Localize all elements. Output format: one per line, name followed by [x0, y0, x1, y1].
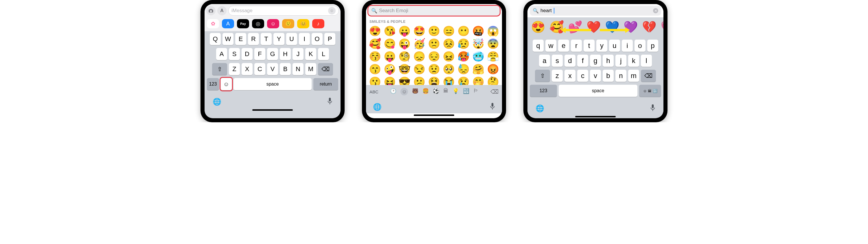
emoji-cell[interactable]: 😜: [398, 38, 411, 49]
emoji-cell[interactable]: 😡: [486, 64, 500, 75]
emoji-cell[interactable]: 🥰: [368, 38, 382, 49]
emoji-result[interactable]: ❤️: [587, 20, 601, 34]
emoji-cell[interactable]: 😟: [427, 64, 441, 75]
key-i[interactable]: I: [299, 33, 310, 45]
backspace-key[interactable]: ⌫: [490, 88, 498, 95]
emoji-category-key[interactable]: ☺ 🏛 🔣: [639, 85, 661, 97]
emoji-cell[interactable]: 😣: [442, 38, 456, 49]
numbers-key[interactable]: 123: [530, 85, 557, 97]
key-m[interactable]: m: [628, 70, 639, 82]
emoji-cell[interactable]: 😛: [398, 26, 411, 36]
globe-icon[interactable]: 🌐: [213, 98, 221, 106]
key-s[interactable]: S: [229, 48, 240, 60]
emoji-cell[interactable]: 🥶: [471, 51, 485, 62]
key-l[interactable]: l: [641, 55, 652, 67]
emoji-category-5[interactable]: 🏛: [443, 88, 448, 95]
emoji-cell[interactable]: 😗: [368, 76, 382, 85]
emoji-category-4[interactable]: ⚽: [433, 88, 439, 95]
emoji-category-7[interactable]: 🔣: [463, 88, 469, 95]
spacebar[interactable]: space: [234, 78, 312, 90]
home-indicator[interactable]: [414, 114, 454, 116]
key-d[interactable]: d: [564, 55, 576, 67]
emoji-result[interactable]: 💗: [660, 20, 663, 34]
key-j[interactable]: j: [615, 55, 626, 67]
emoji-category-6[interactable]: 💡: [453, 88, 459, 95]
emoji-cell[interactable]: 😫: [427, 76, 441, 85]
mic-icon[interactable]: [490, 103, 495, 112]
emoji-cell[interactable]: 😭: [442, 76, 456, 85]
key-o[interactable]: o: [634, 40, 646, 52]
emoji-cell[interactable]: 😱: [486, 26, 500, 36]
key-x[interactable]: x: [564, 70, 576, 82]
key-x[interactable]: X: [242, 63, 253, 75]
backspace-key[interactable]: ⌫: [641, 70, 656, 82]
emoji-category-1[interactable]: ☺: [400, 88, 408, 95]
key-s[interactable]: s: [552, 55, 563, 67]
key-t[interactable]: t: [584, 40, 595, 52]
key-l[interactable]: L: [318, 48, 329, 60]
key-p[interactable]: P: [324, 33, 335, 45]
emoji-cell[interactable]: 😔: [427, 51, 441, 62]
key-n[interactable]: N: [292, 63, 304, 75]
backspace-key[interactable]: ⌫: [318, 63, 333, 75]
key-y[interactable]: y: [596, 40, 607, 52]
key-a[interactable]: A: [216, 48, 227, 60]
emoji-cell[interactable]: 😍: [368, 26, 382, 36]
globe-icon[interactable]: 🌐: [535, 104, 544, 113]
key-q[interactable]: Q: [210, 33, 221, 45]
key-m[interactable]: M: [305, 63, 316, 75]
key-u[interactable]: U: [286, 33, 297, 45]
emoji-cell[interactable]: 😞: [412, 51, 426, 62]
numbers-key[interactable]: 123: [207, 78, 219, 90]
key-z[interactable]: Z: [229, 63, 240, 75]
key-n[interactable]: n: [615, 70, 626, 82]
emoji-cell[interactable]: 😙: [368, 64, 382, 75]
key-p[interactable]: p: [647, 40, 658, 52]
shift-key[interactable]: ⇧: [212, 63, 227, 75]
emoji-result[interactable]: 💔: [642, 20, 656, 34]
emoji-search-input[interactable]: 🔍 Search Emoji: [368, 6, 500, 15]
emoji-category-2[interactable]: 🐻: [412, 88, 418, 95]
key-q[interactable]: q: [533, 40, 544, 52]
emoji-search-input[interactable]: 🔍 heart ✕: [530, 6, 661, 15]
shift-key[interactable]: ⇧: [535, 70, 550, 82]
home-indicator[interactable]: [252, 109, 293, 111]
emoji-category-8[interactable]: 🏳: [473, 88, 478, 95]
key-c[interactable]: C: [254, 63, 265, 75]
emoji-result[interactable]: 💙: [605, 20, 619, 34]
key-k[interactable]: K: [305, 48, 316, 60]
emoji-cell[interactable]: 🤪: [383, 64, 397, 75]
emoji-cell[interactable]: 😛: [383, 51, 397, 62]
emoji-cell[interactable]: 🙁: [427, 38, 441, 49]
app-sticker2[interactable]: 😊: [297, 19, 309, 28]
emoji-cell[interactable]: 😥: [457, 38, 470, 49]
key-w[interactable]: W: [222, 33, 234, 45]
key-y[interactable]: Y: [273, 33, 284, 45]
home-indicator[interactable]: [575, 116, 616, 117]
camera-icon[interactable]: [206, 6, 216, 15]
key-k[interactable]: k: [628, 55, 639, 67]
emoji-cell[interactable]: 🥳: [412, 38, 426, 49]
key-r[interactable]: r: [571, 40, 582, 52]
appstore-icon[interactable]: A: [217, 6, 226, 15]
emoji-cell[interactable]: 😢: [457, 76, 470, 85]
key-z[interactable]: z: [552, 70, 563, 82]
emoji-cell[interactable]: 🤔: [486, 76, 500, 85]
emoji-result[interactable]: 😍: [531, 20, 546, 34]
key-r[interactable]: R: [248, 33, 259, 45]
emoji-key[interactable]: ☺: [221, 78, 232, 90]
emoji-cell[interactable]: 🤭: [471, 76, 485, 85]
key-c[interactable]: c: [577, 70, 588, 82]
emoji-cell[interactable]: 😘: [383, 26, 397, 36]
key-u[interactable]: u: [609, 40, 620, 52]
emoji-cell[interactable]: 😨: [486, 38, 500, 49]
key-g[interactable]: g: [590, 55, 601, 67]
emoji-cell[interactable]: 😝: [383, 76, 397, 85]
key-w[interactable]: w: [546, 40, 556, 52]
emoji-cell[interactable]: 🙂: [427, 26, 441, 36]
emoji-cell[interactable]: 😎: [398, 76, 411, 85]
key-f[interactable]: F: [254, 48, 265, 60]
emoji-cell[interactable]: 🥺: [442, 64, 456, 75]
emoji-cell[interactable]: 🤯: [471, 38, 485, 49]
spacebar[interactable]: space: [559, 85, 638, 97]
